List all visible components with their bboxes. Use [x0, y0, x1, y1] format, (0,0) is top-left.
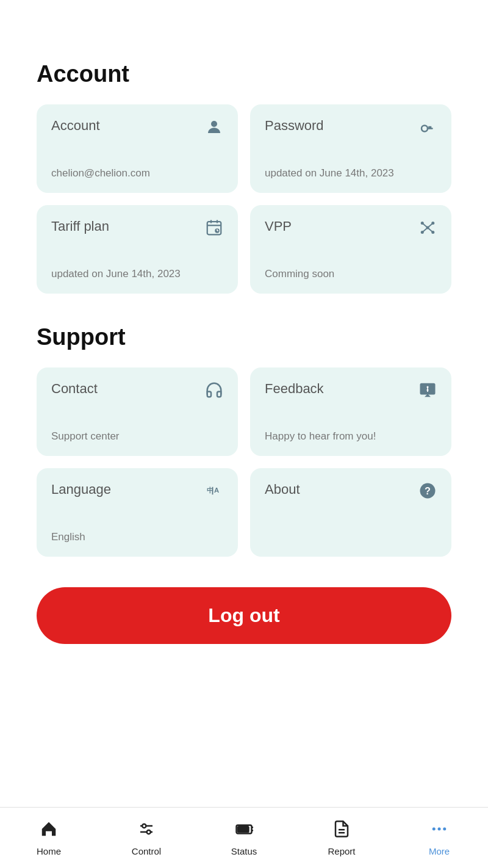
contact-card-subtitle: Support center	[51, 430, 223, 443]
language-card-header: Language 中 A	[51, 482, 223, 504]
question-icon: ?	[418, 482, 437, 504]
tariff-card[interactable]: Tariff plan updated on June 14th, 2023	[37, 205, 238, 294]
account-card-title: Account	[51, 118, 100, 134]
svg-point-39	[443, 827, 446, 830]
report-icon	[332, 820, 351, 842]
nav-item-more[interactable]: More	[390, 820, 488, 856]
feedback-card-header: Feedback !	[265, 381, 437, 403]
nav-item-status[interactable]: Status	[195, 820, 293, 856]
svg-point-0	[211, 121, 217, 127]
nav-item-home[interactable]: Home	[0, 820, 98, 856]
logout-button[interactable]: Log out	[37, 587, 451, 644]
svg-line-15	[428, 223, 433, 228]
more-icon	[430, 820, 448, 842]
password-card-title: Password	[265, 118, 324, 134]
bottom-nav: Home Control Status	[0, 807, 488, 868]
svg-point-1	[422, 126, 428, 132]
tariff-card-title: Tariff plan	[51, 219, 109, 234]
password-card-header: Password	[265, 118, 437, 140]
tariff-card-subtitle: updated on June 14th, 2023	[51, 268, 223, 280]
home-icon	[40, 820, 58, 842]
feedback-card[interactable]: Feedback ! Happy to hear from you!	[250, 367, 451, 456]
account-card-subtitle: chelion@chelion.com	[51, 167, 223, 179]
calendar-icon	[205, 219, 223, 241]
svg-point-38	[438, 827, 441, 830]
control-icon	[137, 820, 156, 842]
feedback-card-title: Feedback	[265, 381, 324, 397]
about-card-header: About ?	[265, 482, 437, 504]
account-section-title: Account	[37, 61, 451, 87]
account-card[interactable]: Account chelion@chelion.com	[37, 104, 238, 193]
password-card[interactable]: Password updated on June 14th, 2023	[250, 104, 451, 193]
password-card-subtitle: updated on June 14th, 2023	[265, 167, 437, 179]
feedback-card-subtitle: Happy to hear from you!	[265, 430, 437, 443]
nav-home-label: Home	[37, 846, 61, 856]
vpp-card-subtitle: Comming soon	[265, 268, 437, 280]
account-cards-grid: Account chelion@chelion.com Password	[37, 104, 451, 294]
language-card-title: Language	[51, 482, 111, 497]
svg-rect-34	[238, 826, 249, 832]
svg-text:!: !	[426, 385, 429, 394]
contact-card[interactable]: Contact Support center	[37, 367, 238, 456]
nav-item-control[interactable]: Control	[98, 820, 195, 856]
svg-line-14	[422, 223, 428, 228]
nav-control-label: Control	[132, 846, 161, 856]
account-card-header: Account	[51, 118, 223, 140]
svg-rect-2	[207, 222, 221, 234]
support-section: Support Contact Support center	[37, 324, 451, 557]
language-card-subtitle: English	[51, 531, 223, 543]
nav-item-report[interactable]: Report	[293, 820, 390, 856]
chat-icon: !	[418, 381, 437, 403]
about-card[interactable]: About ?	[250, 468, 451, 557]
svg-text:A: A	[214, 486, 219, 494]
person-icon	[205, 118, 223, 140]
vpp-card[interactable]: VPP Comming soon	[250, 205, 451, 294]
headphone-icon	[205, 381, 223, 403]
key-icon	[418, 118, 437, 140]
contact-card-title: Contact	[51, 381, 98, 397]
nav-report-label: Report	[328, 846, 355, 856]
svg-line-16	[422, 228, 428, 233]
svg-point-29	[142, 823, 146, 827]
vpp-card-title: VPP	[265, 219, 292, 234]
nav-more-label: More	[429, 846, 450, 856]
vpp-card-header: VPP	[265, 219, 437, 241]
svg-point-30	[147, 830, 151, 833]
translate-icon: 中 A	[205, 482, 223, 504]
svg-point-37	[432, 827, 436, 830]
support-section-title: Support	[37, 324, 451, 350]
contact-card-header: Contact	[51, 381, 223, 403]
language-card[interactable]: Language 中 A English	[37, 468, 238, 557]
svg-text:?: ?	[425, 485, 431, 496]
nav-status-label: Status	[231, 846, 257, 856]
about-card-title: About	[265, 482, 300, 497]
network-icon	[418, 219, 437, 241]
svg-line-17	[428, 228, 433, 233]
status-icon	[235, 820, 253, 842]
support-cards-grid: Contact Support center Feedback	[37, 367, 451, 557]
tariff-card-header: Tariff plan	[51, 219, 223, 241]
